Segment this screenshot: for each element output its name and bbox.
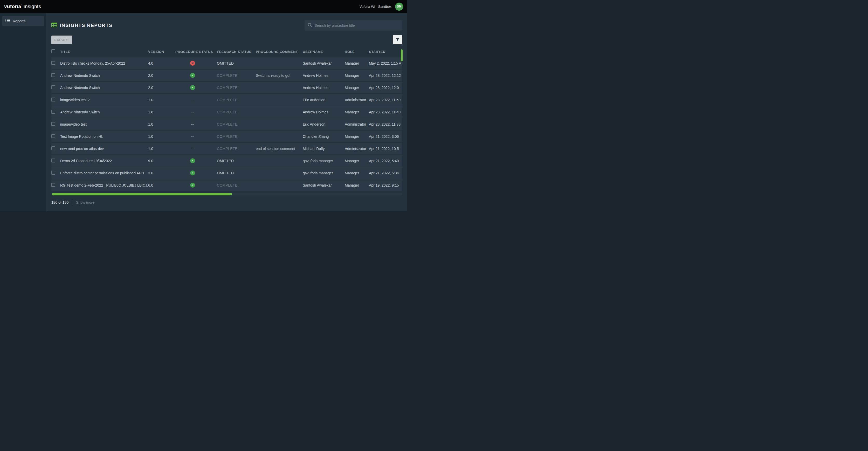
no-status-text: -- — [191, 134, 193, 139]
cell-username: qavuforia manager — [303, 159, 345, 163]
cell-title: Demo 2d Procedure 19/04/2022 — [60, 159, 148, 163]
row-checkbox[interactable] — [51, 73, 55, 77]
row-checkbox[interactable] — [51, 183, 55, 187]
cell-procedure-status: -- — [175, 122, 217, 126]
cell-feedback-status: COMPLETE — [217, 73, 256, 78]
cell-username: qavuforia manager — [303, 171, 345, 175]
sidebar: Reports — [0, 13, 46, 211]
column-header-started[interactable]: STARTED — [369, 50, 402, 54]
cell-username: Michael Duffy — [303, 147, 345, 151]
select-all-checkbox[interactable] — [51, 49, 55, 53]
search-icon — [308, 23, 312, 28]
cell-title: RG Test demo 2-Feb-2022 _PULIBJC JCLBIBJ… — [60, 183, 148, 187]
vertical-scrollbar-thumb[interactable] — [401, 49, 403, 61]
row-checkbox[interactable] — [51, 61, 55, 65]
row-checkbox[interactable] — [51, 85, 55, 89]
cell-started: May 2, 2022, 1:15 A — [369, 61, 402, 65]
table-row[interactable]: image/video test 1.0 -- COMPLETE Eric An… — [51, 118, 402, 130]
cell-title: Andrew Nintendo Switch — [60, 73, 148, 78]
column-header-title[interactable]: TITLE — [60, 50, 148, 54]
cell-started: Apr 21, 2022, 5:34 — [369, 171, 402, 175]
row-checkbox[interactable] — [51, 134, 55, 138]
footer-divider — [72, 200, 72, 205]
row-checkbox[interactable] — [51, 171, 55, 175]
row-checkbox[interactable] — [51, 158, 55, 162]
filter-funnel-icon — [395, 37, 400, 42]
cell-feedback-status: COMPLETE — [217, 147, 256, 151]
table-row[interactable]: image/video test 2 1.0 -- COMPLETE Eric … — [51, 94, 402, 106]
user-avatar[interactable]: SM — [395, 3, 403, 11]
show-more-button[interactable]: Show more — [76, 200, 94, 205]
cell-version: 3.0 — [148, 171, 175, 175]
horizontal-scrollbar-thumb[interactable] — [52, 193, 232, 196]
table-row[interactable]: RG Test demo 2-Feb-2022 _PULIBJC JCLBIBJ… — [51, 179, 402, 191]
cell-username: Andrew Holmes — [303, 86, 345, 90]
column-header-feedback-status[interactable]: FEEDBACK STATUS — [217, 50, 256, 54]
sidebar-item-reports[interactable]: Reports — [2, 16, 44, 26]
table-row[interactable]: Andrew Nintendo Switch 2.0 ✓ COMPLETE Sw… — [51, 69, 402, 81]
search-box[interactable] — [305, 20, 402, 31]
cell-feedback-status: OMITTED — [217, 171, 256, 175]
table-row[interactable]: Andrew Nintendo Switch 1.0 -- COMPLETE A… — [51, 106, 402, 118]
no-status-text: -- — [191, 98, 193, 102]
cell-role: Manager — [345, 61, 369, 65]
cell-feedback-status: COMPLETE — [217, 110, 256, 114]
export-button[interactable]: EXPORT — [51, 35, 72, 44]
top-navigation-bar: vuforia°insights Vuforia WI - Sandbox SM — [0, 0, 407, 13]
horizontal-scrollbar-track[interactable] — [51, 193, 402, 196]
column-header-username[interactable]: USERNAME — [303, 50, 345, 54]
column-header-role[interactable]: ROLE — [345, 50, 369, 54]
cell-version: 2.0 — [148, 73, 175, 78]
cell-procedure-status: ✓ — [175, 85, 217, 90]
table-row[interactable]: Demo 2d Procedure 19/04/2022 9.0 ✓ OMITT… — [51, 155, 402, 167]
cell-role: Manager — [345, 134, 369, 139]
cell-feedback-status: COMPLETE — [217, 86, 256, 90]
cell-procedure-status: ✓ — [175, 171, 217, 175]
table-body: Distro lists checks Monday, 25-Apr-2022 … — [51, 57, 402, 191]
cell-started: Apr 28, 2022, 11:38 — [369, 122, 402, 126]
cell-version: 6.0 — [148, 183, 175, 187]
row-checkbox[interactable] — [51, 97, 55, 101]
table-row[interactable]: new mnd proc on atlas-dev 1.0 -- COMPLET… — [51, 143, 402, 154]
cell-procedure-status: -- — [175, 98, 217, 102]
search-input[interactable] — [314, 23, 399, 28]
row-checkbox[interactable] — [51, 146, 55, 150]
reports-table-icon — [51, 23, 57, 28]
page-title: INSIGHTS REPORTS — [60, 23, 113, 28]
cell-role: Administrator — [345, 147, 369, 151]
cell-username: Andrew Holmes — [303, 110, 345, 114]
cell-title: image/video test — [60, 122, 148, 126]
cell-role: Manager — [345, 159, 369, 163]
column-header-version[interactable]: VERSION — [148, 50, 175, 54]
column-header-procedure-status[interactable]: PROCEDURE STATUS — [175, 50, 217, 54]
table-row[interactable]: Andrew Nintendo Switch 2.0 ✓ COMPLETE An… — [51, 82, 402, 93]
cell-version: 9.0 — [148, 159, 175, 163]
cell-feedback-status: COMPLETE — [217, 134, 256, 139]
sidebar-item-label: Reports — [13, 19, 25, 23]
table-row[interactable]: Test Image Rotation on HL 1.0 -- COMPLET… — [51, 130, 402, 142]
logo-product-text: insights — [24, 4, 41, 9]
cell-procedure-status: -- — [175, 110, 217, 114]
logo-registered-mark: ° — [21, 4, 22, 7]
failed-status-icon: ✕ — [190, 61, 195, 66]
complete-status-icon: ✓ — [190, 183, 195, 188]
filter-button[interactable] — [393, 35, 402, 44]
row-count-label: 180 of 180 — [51, 200, 68, 205]
cell-title: Test Image Rotation on HL — [60, 134, 148, 139]
cell-username: Eric Anderson — [303, 98, 345, 102]
cell-title: Andrew Nintendo Switch — [60, 86, 148, 90]
cell-started: Apr 21, 2022, 3:06 — [369, 134, 402, 139]
cell-version: 1.0 — [148, 122, 175, 126]
cell-procedure-status: ✓ — [175, 183, 217, 188]
row-checkbox[interactable] — [51, 110, 55, 114]
column-header-procedure-comment[interactable]: PROCEDURE COMMENT — [256, 50, 303, 54]
no-status-text: -- — [191, 122, 193, 126]
row-checkbox[interactable] — [51, 122, 55, 126]
cell-procedure-status: -- — [175, 147, 217, 151]
table-row[interactable]: Distro lists checks Monday, 25-Apr-2022 … — [51, 57, 402, 69]
cell-version: 1.0 — [148, 98, 175, 102]
cell-title: Andrew Nintendo Switch — [60, 110, 148, 114]
table-row[interactable]: Enforce distro center permissions on pub… — [51, 167, 402, 179]
cell-role: Manager — [345, 183, 369, 187]
cell-started: Apr 21, 2022, 5:40 — [369, 159, 402, 163]
